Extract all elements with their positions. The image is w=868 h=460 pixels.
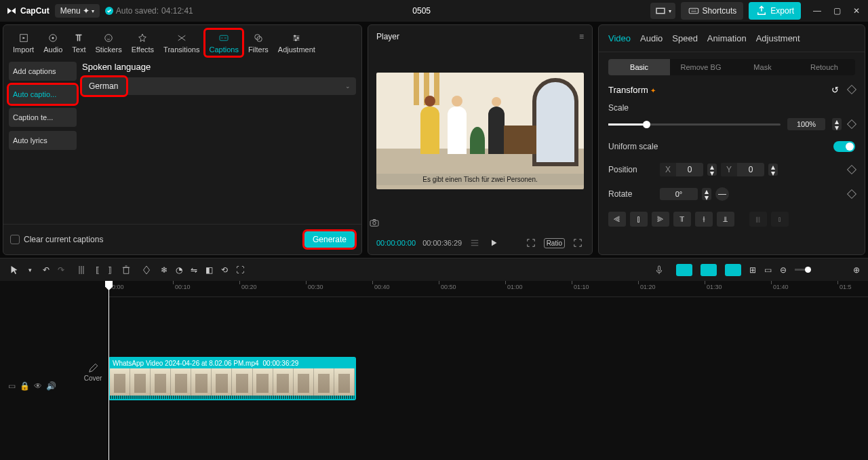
cover-button[interactable]: Cover <box>81 362 104 382</box>
mute-icon[interactable]: 🔊 <box>46 381 56 391</box>
autosave-label: Auto saved: <box>116 6 159 16</box>
clear-captions-checkbox[interactable]: Clear current captions <box>10 235 103 244</box>
prop-tab-audio[interactable]: Audio <box>640 33 663 43</box>
app-logo: CapCut <box>5 5 50 17</box>
tab-effects[interactable]: Effects <box>127 29 158 56</box>
reset-icon[interactable]: ↺ <box>831 85 839 95</box>
sidebar-auto-captions[interactable]: Auto captio... <box>9 85 77 104</box>
tab-text[interactable]: Text <box>68 29 90 56</box>
rotate-value[interactable]: 0° <box>660 188 698 200</box>
rotate-stepper[interactable]: ▴▾ <box>702 188 711 200</box>
align-top[interactable]: ⫪ <box>673 212 691 227</box>
timeline[interactable]: 00:00 00:10 00:20 00:30 00:40 00:50 01:0… <box>0 281 868 460</box>
speed-button[interactable]: ◔ <box>176 265 182 275</box>
scale-value[interactable]: 100% <box>787 118 825 130</box>
uniform-toggle[interactable] <box>833 141 855 152</box>
scale-slider[interactable] <box>608 123 781 126</box>
generate-button[interactable]: Generate <box>304 231 355 248</box>
close-button[interactable]: ✕ <box>850 5 863 17</box>
trim-right[interactable]: ⟧ <box>108 265 112 275</box>
freeze-button[interactable]: ❄ <box>161 265 167 275</box>
shortcuts-button[interactable]: Shortcuts <box>681 2 744 20</box>
visibility-icon[interactable]: 👁 <box>34 381 42 391</box>
align-left[interactable]: ⫷ <box>608 212 626 227</box>
pos-y-stepper[interactable]: ▴▾ <box>768 164 778 176</box>
tab-adjustment[interactable]: Adjustment <box>274 29 319 56</box>
crop-button[interactable]: ⛶ <box>236 265 244 275</box>
align-right[interactable]: ⫸ <box>652 212 669 227</box>
reverse-button[interactable]: ⇋ <box>191 265 197 275</box>
keyframe-icon[interactable] <box>847 119 856 129</box>
rotate-button[interactable]: ⟲ <box>221 265 228 275</box>
align-bottom[interactable]: ⫫ <box>717 212 734 227</box>
tab-transitions[interactable]: Transitions <box>159 29 203 56</box>
zoom-in[interactable]: ⊕ <box>853 265 860 275</box>
frame-list-icon[interactable] <box>469 237 481 249</box>
language-select[interactable]: German ⌄ <box>82 77 356 95</box>
tab-import[interactable]: Import <box>9 29 38 56</box>
sidebar-auto-lyrics[interactable]: Auto lyrics <box>9 131 77 150</box>
keyframe-icon[interactable] <box>847 85 856 94</box>
fullscreen-button[interactable] <box>572 237 584 249</box>
tab-captions[interactable]: Captions <box>205 29 242 56</box>
scale-row: Scale <box>599 98 865 118</box>
preview-toggle[interactable]: ⊞ <box>749 265 756 275</box>
rotate-dial[interactable]: — <box>715 187 729 201</box>
playhead[interactable] <box>108 281 109 460</box>
trim-left[interactable]: ⟦ <box>96 265 100 275</box>
pos-x-input[interactable]: X0 <box>660 163 703 176</box>
redo-button[interactable]: ↷ <box>58 265 64 275</box>
align-center-h[interactable]: ⫿ <box>630 212 648 227</box>
prop-tab-adjustment[interactable]: Adjustment <box>756 33 800 43</box>
subtab-retouch[interactable]: Retouch <box>793 59 855 75</box>
mic-button[interactable] <box>653 264 665 276</box>
video-clip[interactable]: WhatsApp Video 2024-04-26 at 8.02.06 PM.… <box>108 357 356 400</box>
pos-y-input[interactable]: Y0 <box>721 163 764 176</box>
collapse-icon[interactable]: ▭ <box>8 381 16 391</box>
minimize-button[interactable]: — <box>810 5 824 17</box>
prop-tab-speed[interactable]: Speed <box>672 33 698 43</box>
mirror-button[interactable]: ◧ <box>205 265 213 275</box>
tab-audio[interactable]: Audio <box>39 29 66 56</box>
aspect-dropdown[interactable]: ▾ <box>650 3 675 19</box>
player-canvas[interactable]: Es gibt einen Tisch für zwei Personen. <box>368 48 592 214</box>
subtab-basic[interactable]: Basic <box>608 59 670 75</box>
project-title[interactable]: 0505 <box>199 6 645 16</box>
keyframe-icon[interactable] <box>847 165 856 174</box>
play-button[interactable] <box>488 237 500 249</box>
zoom-slider[interactable] <box>795 269 811 271</box>
tab-stickers[interactable]: Stickers <box>92 29 126 56</box>
delete-button[interactable] <box>120 264 132 276</box>
undo-button[interactable]: ↶ <box>43 265 50 275</box>
snap-link[interactable] <box>725 264 741 276</box>
menu-button[interactable]: Menu ✦ ▾ <box>55 4 100 18</box>
snap-main-track[interactable] <box>676 264 692 276</box>
cursor-dropdown[interactable]: ▾ <box>28 267 32 273</box>
maximize-button[interactable]: ▢ <box>831 5 844 17</box>
player-menu-icon[interactable]: ≡ <box>579 32 584 41</box>
sidebar-caption-templates[interactable]: Caption te... <box>9 108 77 127</box>
cursor-tool[interactable] <box>8 264 20 276</box>
ratio-button[interactable]: Ratio <box>544 238 565 248</box>
snap-magnet[interactable] <box>701 264 717 276</box>
subtab-mask[interactable]: Mask <box>732 59 793 75</box>
pos-x-stepper[interactable]: ▴▾ <box>707 164 717 176</box>
lock-icon[interactable]: 🔒 <box>20 381 30 391</box>
scan-icon[interactable] <box>525 237 537 249</box>
zoom-out[interactable]: ⊖ <box>780 265 787 275</box>
split-button[interactable] <box>75 264 87 276</box>
export-button[interactable]: Export <box>749 2 801 20</box>
keyframe-icon[interactable] <box>847 189 856 199</box>
ruler[interactable]: 00:00 00:10 00:20 00:30 00:40 00:50 01:0… <box>108 281 868 297</box>
prop-tab-video[interactable]: Video <box>608 33 631 43</box>
tab-filters[interactable]: Filters <box>244 29 273 56</box>
sidebar-add-captions[interactable]: Add captions <box>9 62 77 81</box>
scale-stepper[interactable]: ▴▾ <box>832 118 842 130</box>
prop-tab-animation[interactable]: Animation <box>707 33 747 43</box>
align-center-v[interactable]: ⫲ <box>695 212 713 227</box>
track-height[interactable]: ▭ <box>764 265 772 275</box>
subtab-removebg[interactable]: Remove BG <box>670 59 732 75</box>
snapshot-button[interactable] <box>368 214 592 231</box>
svg-point-10 <box>297 37 299 39</box>
marker-button[interactable] <box>140 264 153 276</box>
